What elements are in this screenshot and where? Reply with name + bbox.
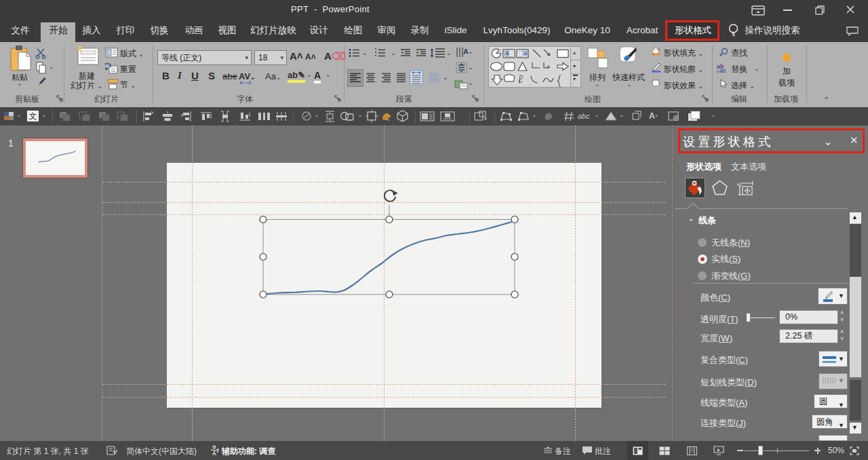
svg-text:A: A <box>524 52 528 56</box>
svg-text:ac: ac <box>719 67 726 73</box>
svg-text:A: A <box>506 51 509 56</box>
svg-text:A: A <box>463 47 468 56</box>
